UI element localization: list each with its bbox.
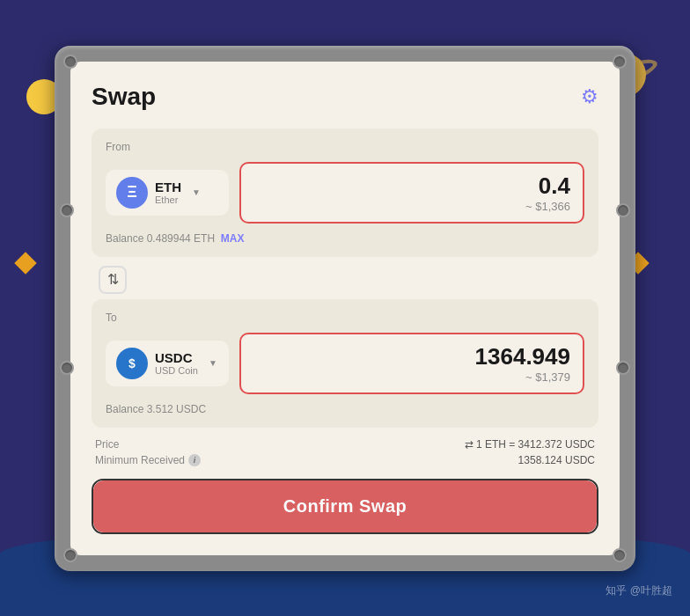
from-amount-usd: ~ $1,366	[253, 200, 570, 213]
eth-token-info: ETH Ether	[155, 180, 181, 205]
from-section: From Ξ ETH Ether ▼ 0.4 ~ $1,366 Balance …	[92, 128, 598, 257]
min-received-value: 1358.124 USDC	[518, 454, 595, 466]
to-amount-usd: ~ $1,379	[253, 370, 570, 384]
to-section: To $ USDC USD Coin ▼ 1364.949 ~ $1,379 B…	[92, 299, 598, 428]
swap-direction-button[interactable]: ⇅	[99, 266, 127, 294]
eth-name: Ether	[155, 194, 181, 205]
from-amount-box[interactable]: 0.4 ~ $1,366	[239, 162, 584, 224]
to-token-selector[interactable]: $ USDC USD Coin ▼	[106, 341, 229, 386]
price-value: ⇄ 1 ETH = 3412.372 USDC	[465, 438, 595, 451]
from-amount-value: 0.4	[253, 172, 570, 200]
page-title: Swap	[92, 83, 156, 111]
bolt-left-1	[60, 203, 74, 217]
bolt-right-1	[616, 203, 630, 217]
to-balance-text: Balance 3.512 USDC	[106, 403, 206, 415]
confirm-button-wrapper: Confirm Swap	[92, 479, 598, 534]
info-icon[interactable]: i	[188, 454, 201, 466]
from-token-row: Ξ ETH Ether ▼ 0.4 ~ $1,366	[106, 162, 584, 224]
card-header: Swap ⚙	[92, 83, 598, 111]
to-label: To	[106, 312, 584, 324]
price-label: Price	[95, 438, 119, 451]
to-amount-box: 1364.949 ~ $1,379	[239, 333, 584, 394]
usdc-icon: $	[116, 348, 148, 379]
to-balance-row: Balance 3.512 USDC	[106, 403, 584, 415]
usdc-name: USD Coin	[155, 365, 198, 376]
max-button[interactable]: MAX	[221, 232, 245, 245]
bolt-bottom-left	[63, 548, 77, 562]
bolt-bottom-right	[613, 548, 627, 562]
min-received-row: Minimum Received i 1358.124 USDC	[92, 452, 598, 475]
bolt-top-right	[613, 55, 627, 69]
main-panel: Swap ⚙ From Ξ ETH Ether ▼ 0.4 ~ $1,366	[55, 46, 635, 571]
to-chevron-icon: ▼	[209, 358, 217, 368]
eth-icon: Ξ	[116, 177, 148, 209]
eth-symbol: ETH	[155, 180, 181, 194]
min-received-text: Minimum Received	[95, 454, 185, 466]
from-label: From	[106, 141, 584, 153]
min-received-label: Minimum Received i	[95, 454, 201, 466]
bolt-right-2	[616, 361, 630, 375]
from-chevron-icon: ▼	[192, 187, 201, 197]
from-token-selector[interactable]: Ξ ETH Ether ▼	[106, 170, 229, 216]
price-info-row: Price ⇄ 1 ETH = 3412.372 USDC	[92, 431, 598, 452]
swap-card: Swap ⚙ From Ξ ETH Ether ▼ 0.4 ~ $1,366	[70, 62, 620, 555]
diamond-left-decoration	[14, 252, 36, 274]
from-balance-text: Balance 0.489944 ETH	[106, 232, 215, 245]
confirm-swap-button[interactable]: Confirm Swap	[93, 480, 597, 532]
to-amount-value: 1364.949	[253, 343, 570, 370]
to-token-row: $ USDC USD Coin ▼ 1364.949 ~ $1,379	[106, 333, 584, 394]
swap-arrows-icon: ⇅	[107, 271, 119, 288]
bolt-left-2	[60, 361, 74, 375]
swap-arrow-container: ⇅	[99, 260, 598, 299]
usdc-symbol: USDC	[155, 350, 198, 365]
watermark: 知乎 @叶胜超	[606, 583, 672, 598]
from-balance-row: Balance 0.489944 ETH MAX	[106, 232, 584, 245]
bolt-top-left	[63, 55, 77, 69]
usdc-token-info: USDC USD Coin	[155, 350, 198, 376]
settings-icon[interactable]: ⚙	[581, 85, 598, 108]
